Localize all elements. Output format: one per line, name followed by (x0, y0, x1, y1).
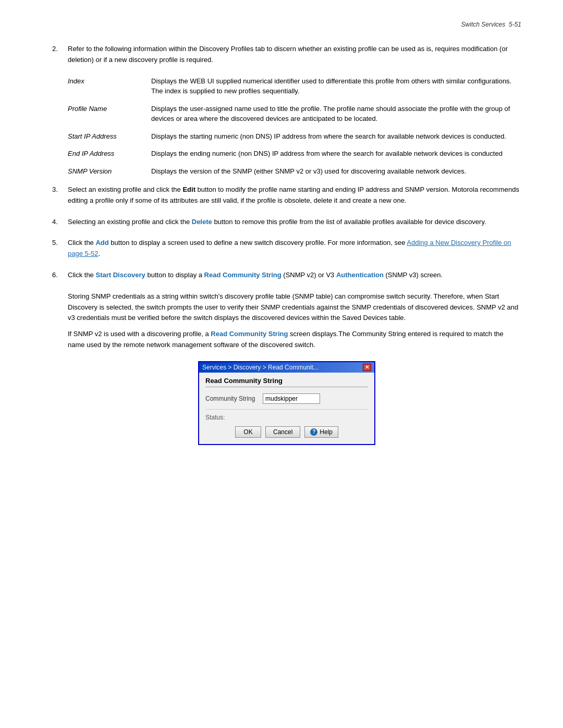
step-5-after: . (99, 250, 101, 257)
dialog-cancel-button[interactable]: Cancel (265, 426, 300, 438)
dialog-body: Read Community String Community String S… (199, 373, 374, 444)
def-desc-profilename: Displays the user-assigned name used to … (151, 104, 521, 124)
step-5-middle: button to display a screen used to defin… (109, 239, 407, 246)
dialog-section-title: Read Community String (205, 377, 368, 387)
step-2-number: 2. (52, 44, 68, 66)
dialog-buttons: OK Cancel ? Help (205, 426, 368, 438)
step-3-number: 3. (52, 184, 68, 206)
def-term-profilename: Profile Name (68, 104, 151, 114)
page-number: 5-51 (509, 21, 521, 28)
step-4-text: Selecting an existing profile and click … (68, 217, 521, 228)
dialog-container: Services > Discovery > Read Communit... … (52, 361, 521, 445)
step-6-text: Click the Start Discovery button to disp… (68, 270, 521, 281)
step-6-readcommunity: Read Community String (204, 271, 282, 279)
dialog-community-input[interactable] (263, 393, 320, 404)
step-6-middle: button to display a (145, 271, 204, 279)
definition-table: Index Displays the WEB UI supplied numer… (68, 76, 521, 177)
page-header: Switch Services 5-51 (42, 21, 521, 28)
dialog-help-label: Help (320, 428, 333, 436)
step-4-number: 4. (52, 217, 68, 228)
dialog-separator (205, 409, 368, 410)
dialog-community-row: Community String (205, 393, 368, 404)
help-icon: ? (310, 428, 317, 436)
step-5-add: Add (95, 239, 108, 246)
note-block-1: Storing SNMP credentials as a string wit… (68, 291, 521, 324)
step-6-number: 6. (52, 270, 68, 281)
dialog-title: Services > Discovery > Read Communit... (202, 364, 319, 371)
def-row-startip: Start IP Address Displays the starting n… (68, 131, 521, 142)
step-5-text: Click the Add button to display a screen… (68, 238, 521, 260)
dialog-help-button[interactable]: ? Help (304, 426, 338, 438)
step-6-middle2: (SNMP v2) or V3 (282, 271, 336, 279)
note1-text: Storing SNMP credentials as a string wit… (68, 291, 521, 324)
def-term-startip: Start IP Address (68, 131, 151, 142)
step-4-delete: Delete (192, 218, 212, 226)
step-2: 2. Refer to the following information wi… (52, 44, 521, 66)
def-term-snmpversion: SNMP Version (68, 166, 151, 177)
note2-before: If SNMP v2 is used with a discovering pr… (68, 330, 211, 338)
def-desc-endip: Displays the ending numeric (non DNS) IP… (151, 149, 521, 159)
note2-bold: Read Community String (211, 330, 288, 338)
step-4: 4. Selecting an existing profile and cli… (52, 217, 521, 228)
main-content: 2. Refer to the following information wi… (52, 44, 521, 445)
step-5-before: Click the (68, 239, 95, 246)
step-3: 3. Select an existing profile and click … (52, 184, 521, 206)
dialog-ok-button[interactable]: OK (235, 426, 261, 438)
note2-text: If SNMP v2 is used with a discovering pr… (68, 329, 521, 351)
def-desc-startip: Displays the starting numeric (non DNS) … (151, 131, 521, 142)
def-desc-index: Displays the WEB UI supplied numerical i… (151, 76, 521, 96)
def-row-profilename: Profile Name Displays the user-assigned … (68, 104, 521, 124)
def-row-snmpversion: SNMP Version Displays the version of the… (68, 166, 521, 177)
dialog-status-row: Status: (205, 414, 368, 421)
step-5-number: 5. (52, 238, 68, 260)
dialog-titlebar: Services > Discovery > Read Communit... … (199, 362, 374, 373)
step-4-after: button to remove this profile from the l… (212, 218, 486, 226)
step-6-startdiscovery: Start Discovery (95, 271, 145, 279)
step-3-edit: Edit (182, 186, 195, 193)
def-desc-snmpversion: Displays the version of the SNMP (either… (151, 166, 521, 177)
note-block-2: If SNMP v2 is used with a discovering pr… (68, 329, 521, 351)
step-3-text: Select an existing profile and click the… (68, 184, 521, 206)
def-row-index: Index Displays the WEB UI supplied numer… (68, 76, 521, 96)
dialog-close-button[interactable]: ✕ (363, 364, 371, 371)
page-title: Switch Services (461, 21, 506, 28)
step-2-text: Refer to the following information withi… (68, 44, 521, 66)
step-3-before: Select an existing profile and click the (68, 186, 182, 193)
read-community-dialog: Services > Discovery > Read Communit... … (198, 361, 375, 445)
step-6-after: (SNMP v3) screen. (384, 271, 443, 279)
step-6-authentication: Authentication (336, 271, 384, 279)
dialog-community-label: Community String (205, 395, 263, 402)
step-4-before: Selecting an existing profile and click … (68, 218, 192, 226)
step-5: 5. Click the Add button to display a scr… (52, 238, 521, 260)
step-6: 6. Click the Start Discovery button to d… (52, 270, 521, 281)
def-term-endip: End IP Address (68, 149, 151, 159)
def-row-endip: End IP Address Displays the ending numer… (68, 149, 521, 159)
def-term-index: Index (68, 76, 151, 87)
step-6-before: Click the (68, 271, 95, 279)
dialog-status-label: Status: (205, 414, 225, 421)
